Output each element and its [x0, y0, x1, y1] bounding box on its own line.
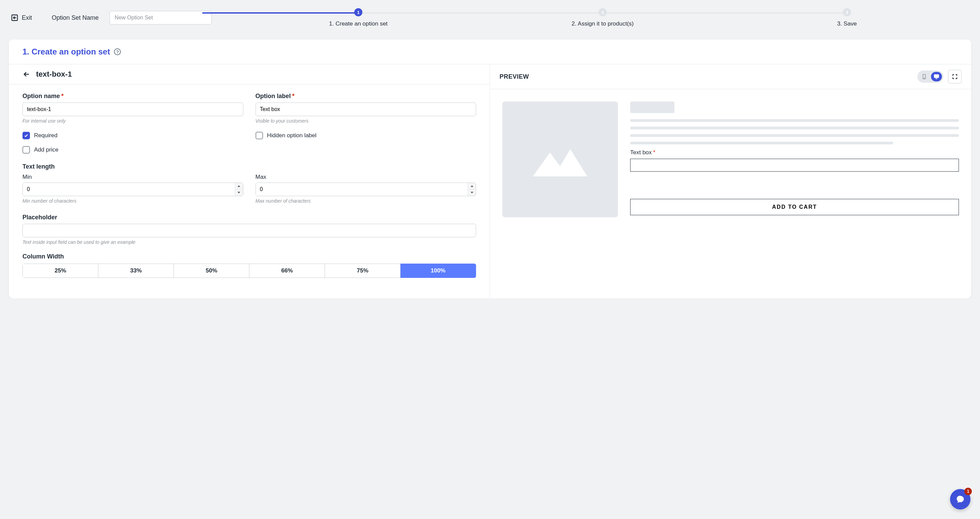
fullscreen-button[interactable]	[948, 70, 962, 83]
mobile-icon	[921, 73, 927, 80]
mobile-view-button[interactable]	[919, 72, 930, 81]
max-hint: Max number of characters	[256, 198, 476, 204]
seg-66[interactable]: 66%	[250, 263, 325, 278]
hidden-label-label: Hidden option label	[267, 132, 317, 139]
required-checkbox[interactable]	[22, 132, 30, 139]
product-image-placeholder	[502, 102, 618, 217]
option-label-hint: Visible to your customers	[256, 118, 476, 124]
seg-25[interactable]: 25%	[22, 263, 98, 278]
max-label: Max	[256, 174, 476, 180]
max-input[interactable]	[256, 183, 468, 196]
max-increment[interactable]	[468, 183, 476, 190]
option-name-label: Option name*	[22, 93, 243, 100]
option-label-label: Option label*	[256, 93, 476, 100]
column-width-segments: 25% 33% 50% 66% 75% 100%	[22, 263, 476, 278]
seg-50[interactable]: 50%	[174, 263, 250, 278]
mountain-icon	[526, 139, 594, 180]
step-3-label: 3. Save	[837, 21, 857, 27]
column-width-label: Column Width	[22, 253, 476, 260]
fullscreen-icon	[952, 73, 958, 80]
add-to-cart-button[interactable]: ADD TO CART	[630, 199, 959, 215]
step-1-label: 1. Create an option set	[329, 21, 388, 27]
seg-100[interactable]: 100%	[401, 263, 476, 278]
card-title: 1. Create an option set	[22, 47, 110, 56]
min-increment[interactable]	[235, 183, 243, 190]
step-2-circle[interactable]: 2	[598, 8, 607, 16]
main-card: 1. Create an option set ? text-box-1 Opt…	[9, 40, 971, 298]
min-label: Min	[22, 174, 243, 180]
seg-75[interactable]: 75%	[325, 263, 401, 278]
skeleton-line	[630, 142, 893, 144]
exit-label: Exit	[22, 14, 32, 21]
seg-33[interactable]: 33%	[98, 263, 174, 278]
skeleton-line	[630, 119, 959, 122]
svg-point-2	[924, 78, 924, 79]
option-label-input[interactable]	[256, 102, 476, 116]
step-1-circle[interactable]: 1	[354, 8, 363, 16]
min-input[interactable]	[23, 183, 235, 196]
skeleton-line	[630, 134, 959, 137]
help-icon[interactable]: ?	[114, 48, 121, 55]
option-name-hint: For internal use only	[22, 118, 243, 124]
exit-button[interactable]: Exit	[11, 14, 32, 21]
skeleton-line	[630, 127, 959, 129]
svg-rect-3	[934, 75, 939, 78]
option-set-name-label: Option Set Name	[52, 14, 99, 21]
step-3-circle[interactable]: 3	[843, 8, 851, 16]
placeholder-input[interactable]	[22, 224, 476, 237]
preview-field-label: Text box*	[630, 149, 959, 156]
exit-icon	[11, 14, 18, 21]
preview-text-input[interactable]	[630, 159, 959, 172]
back-arrow-icon[interactable]	[22, 70, 30, 78]
text-length-label: Text length	[22, 163, 476, 170]
min-decrement[interactable]	[235, 190, 243, 196]
add-price-checkbox[interactable]	[22, 146, 30, 153]
hidden-label-checkbox[interactable]	[256, 132, 263, 139]
required-label: Required	[34, 132, 57, 139]
stepper: 1 1. Create an option set 2 2. Assign it…	[236, 8, 969, 27]
device-toggle	[917, 70, 943, 83]
option-name-input[interactable]	[22, 102, 243, 116]
placeholder-hint: Text inside input field can be used to g…	[22, 240, 476, 245]
desktop-view-button[interactable]	[931, 72, 942, 81]
placeholder-label: Placeholder	[22, 214, 476, 221]
preview-title: PREVIEW	[500, 73, 529, 80]
option-set-name-input[interactable]	[110, 11, 212, 24]
min-hint: Min number of characters	[22, 198, 243, 204]
add-price-label: Add price	[34, 147, 59, 153]
skeleton-title	[630, 102, 675, 113]
desktop-icon	[933, 73, 940, 80]
max-decrement[interactable]	[468, 190, 476, 196]
crumb-title: text-box-1	[36, 70, 72, 79]
step-2-label: 2. Assign it to product(s)	[572, 21, 633, 27]
